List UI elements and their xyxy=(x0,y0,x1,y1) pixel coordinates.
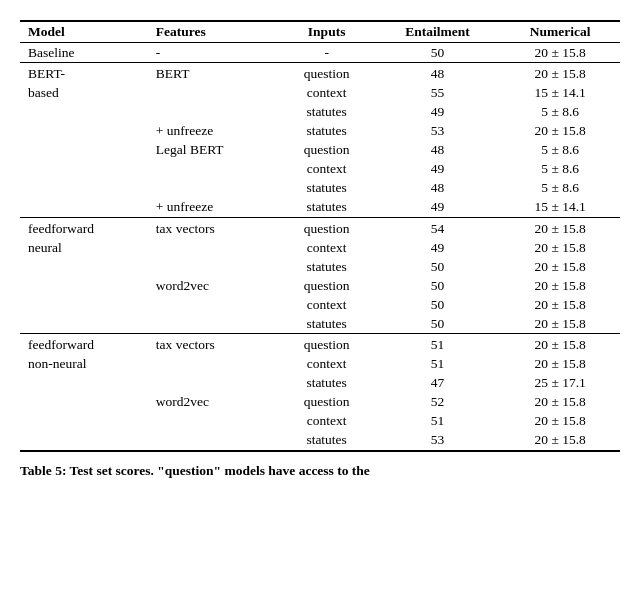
cell-entailment: 48 xyxy=(375,179,501,198)
cell-numerical: 20 ± 15.8 xyxy=(500,238,620,257)
cell-model: based xyxy=(20,84,148,103)
cell-entailment: 49 xyxy=(375,198,501,218)
cell-entailment: 55 xyxy=(375,84,501,103)
cell-inputs: question xyxy=(278,393,374,412)
cell-features xyxy=(148,431,279,451)
cell-entailment: 50 xyxy=(375,314,501,334)
table-row: non-neuralcontext5120 ± 15.8 xyxy=(20,355,620,374)
caption-bold: Table 5: Test set scores. "question" mod… xyxy=(20,463,370,478)
cell-model xyxy=(20,276,148,295)
cell-entailment: 51 xyxy=(375,355,501,374)
cell-inputs: - xyxy=(278,43,374,63)
cell-inputs: context xyxy=(278,84,374,103)
cell-features xyxy=(148,295,279,314)
cell-model xyxy=(20,374,148,393)
table-row: statutes5320 ± 15.8 xyxy=(20,431,620,451)
cell-inputs: question xyxy=(278,63,374,84)
cell-numerical: 20 ± 15.8 xyxy=(500,412,620,431)
cell-numerical: 20 ± 15.8 xyxy=(500,314,620,334)
cell-entailment: 51 xyxy=(375,334,501,355)
cell-entailment: 49 xyxy=(375,103,501,122)
table-row: context5120 ± 15.8 xyxy=(20,412,620,431)
cell-entailment: 54 xyxy=(375,217,501,238)
header-numerical: Numerical xyxy=(500,21,620,43)
cell-features xyxy=(148,374,279,393)
cell-numerical: 5 ± 8.6 xyxy=(500,179,620,198)
table-row: feedforwardtax vectorsquestion5120 ± 15.… xyxy=(20,334,620,355)
cell-features: word2vec xyxy=(148,393,279,412)
cell-features xyxy=(148,257,279,276)
cell-entailment: 49 xyxy=(375,238,501,257)
cell-numerical: 20 ± 15.8 xyxy=(500,334,620,355)
cell-model xyxy=(20,160,148,179)
cell-model: Baseline xyxy=(20,43,148,63)
table-container: Model Features Inputs Entailment Numeric… xyxy=(20,20,620,480)
cell-features: + unfreeze xyxy=(148,198,279,218)
table-row: statutes495 ± 8.6 xyxy=(20,103,620,122)
table-row: context495 ± 8.6 xyxy=(20,160,620,179)
cell-model xyxy=(20,141,148,160)
table-row: word2vecquestion5020 ± 15.8 xyxy=(20,276,620,295)
cell-numerical: 25 ± 17.1 xyxy=(500,374,620,393)
cell-features xyxy=(148,160,279,179)
table-row: + unfreezestatutes5320 ± 15.8 xyxy=(20,122,620,141)
cell-inputs: question xyxy=(278,334,374,355)
cell-numerical: 20 ± 15.8 xyxy=(500,63,620,84)
table-row: feedforwardtax vectorsquestion5420 ± 15.… xyxy=(20,217,620,238)
cell-numerical: 20 ± 15.8 xyxy=(500,43,620,63)
table-caption: Table 5: Test set scores. "question" mod… xyxy=(20,462,620,481)
cell-features: BERT xyxy=(148,63,279,84)
cell-entailment: 53 xyxy=(375,122,501,141)
cell-inputs: context xyxy=(278,412,374,431)
cell-entailment: 48 xyxy=(375,141,501,160)
table-row: statutes4725 ± 17.1 xyxy=(20,374,620,393)
table-row: + unfreezestatutes4915 ± 14.1 xyxy=(20,198,620,218)
cell-numerical: 5 ± 8.6 xyxy=(500,160,620,179)
cell-model xyxy=(20,412,148,431)
cell-entailment: 48 xyxy=(375,63,501,84)
cell-inputs: statutes xyxy=(278,179,374,198)
table-row: statutes485 ± 8.6 xyxy=(20,179,620,198)
cell-model: non-neural xyxy=(20,355,148,374)
cell-entailment: 50 xyxy=(375,257,501,276)
cell-entailment: 50 xyxy=(375,276,501,295)
cell-inputs: statutes xyxy=(278,257,374,276)
cell-numerical: 15 ± 14.1 xyxy=(500,84,620,103)
table-row: basedcontext5515 ± 14.1 xyxy=(20,84,620,103)
cell-inputs: question xyxy=(278,141,374,160)
cell-features xyxy=(148,314,279,334)
cell-entailment: 50 xyxy=(375,295,501,314)
cell-features xyxy=(148,103,279,122)
cell-features xyxy=(148,412,279,431)
table-header-row: Model Features Inputs Entailment Numeric… xyxy=(20,21,620,43)
cell-features xyxy=(148,238,279,257)
cell-features xyxy=(148,179,279,198)
cell-numerical: 20 ± 15.8 xyxy=(500,295,620,314)
cell-model: neural xyxy=(20,238,148,257)
cell-features: tax vectors xyxy=(148,217,279,238)
cell-numerical: 5 ± 8.6 xyxy=(500,103,620,122)
table-row: context5020 ± 15.8 xyxy=(20,295,620,314)
cell-model: feedforward xyxy=(20,334,148,355)
cell-entailment: 52 xyxy=(375,393,501,412)
cell-inputs: statutes xyxy=(278,314,374,334)
cell-numerical: 20 ± 15.8 xyxy=(500,393,620,412)
cell-model xyxy=(20,257,148,276)
table-row: Baseline--5020 ± 15.8 xyxy=(20,43,620,63)
cell-model xyxy=(20,314,148,334)
table-row: Legal BERTquestion485 ± 8.6 xyxy=(20,141,620,160)
cell-inputs: context xyxy=(278,160,374,179)
table-row: statutes5020 ± 15.8 xyxy=(20,314,620,334)
cell-inputs: context xyxy=(278,295,374,314)
table-row: BERT-BERTquestion4820 ± 15.8 xyxy=(20,63,620,84)
cell-features: word2vec xyxy=(148,276,279,295)
cell-features: Legal BERT xyxy=(148,141,279,160)
cell-model xyxy=(20,103,148,122)
cell-inputs: statutes xyxy=(278,198,374,218)
cell-inputs: question xyxy=(278,217,374,238)
cell-inputs: context xyxy=(278,355,374,374)
table-row: statutes5020 ± 15.8 xyxy=(20,257,620,276)
header-features: Features xyxy=(148,21,279,43)
header-entailment: Entailment xyxy=(375,21,501,43)
cell-model: BERT- xyxy=(20,63,148,84)
